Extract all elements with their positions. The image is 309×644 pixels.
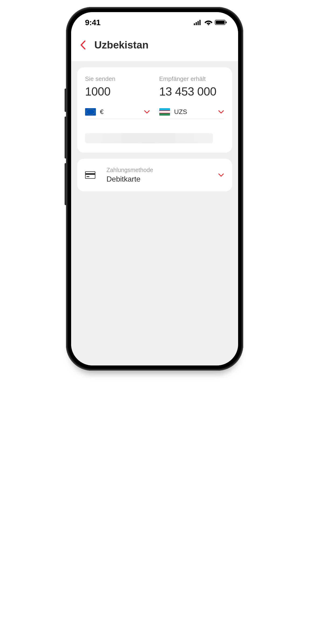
payment-method-select[interactable]: Zahlungsmethode Debitkarte bbox=[77, 159, 232, 191]
payment-method-label: Zahlungsmethode bbox=[107, 167, 207, 174]
send-currency-symbol: € bbox=[100, 108, 140, 116]
uz-flag-icon bbox=[159, 108, 170, 116]
transfer-card: Sie senden 1000 Empfänger erhält 13 453 … bbox=[77, 67, 232, 153]
chevron-left-icon bbox=[80, 40, 86, 50]
chevron-down-icon bbox=[218, 172, 224, 178]
send-amount-field[interactable]: Sie senden 1000 bbox=[85, 75, 150, 98]
svg-rect-3 bbox=[199, 20, 201, 25]
receive-amount-label: Empfänger erhält bbox=[159, 75, 224, 82]
receive-amount-value: 13 453 000 bbox=[159, 85, 224, 98]
svg-rect-0 bbox=[194, 23, 195, 25]
back-button[interactable] bbox=[79, 40, 88, 50]
receive-currency-select[interactable]: UZS bbox=[159, 108, 224, 119]
loading-skeleton bbox=[85, 133, 213, 143]
page-title: Uzbekistan bbox=[94, 39, 149, 51]
battery-icon bbox=[215, 20, 227, 25]
cellular-icon bbox=[194, 20, 202, 25]
payment-method-value: Debitkarte bbox=[107, 175, 207, 184]
send-amount-label: Sie senden bbox=[85, 75, 150, 82]
screen: 9:41 bbox=[71, 12, 238, 366]
svg-rect-2 bbox=[197, 21, 199, 25]
content-area: Sie senden 1000 Empfänger erhält 13 453 … bbox=[71, 61, 238, 366]
svg-rect-1 bbox=[196, 22, 197, 25]
svg-rect-8 bbox=[85, 172, 95, 178]
receive-amount-field: Empfänger erhält 13 453 000 bbox=[159, 75, 224, 98]
status-icons bbox=[194, 20, 227, 25]
phone-frame: 9:41 bbox=[66, 7, 243, 370]
receive-currency-code: UZS bbox=[174, 108, 214, 116]
svg-rect-10 bbox=[87, 176, 89, 177]
svg-rect-7 bbox=[226, 22, 227, 23]
page-header: Uzbekistan bbox=[71, 33, 238, 61]
send-amount-value: 1000 bbox=[85, 85, 150, 98]
status-time: 9:41 bbox=[85, 18, 101, 27]
chevron-down-icon bbox=[144, 109, 150, 115]
send-currency-select[interactable]: € bbox=[85, 108, 150, 119]
svg-rect-9 bbox=[85, 173, 95, 175]
svg-rect-6 bbox=[216, 21, 225, 24]
svg-point-4 bbox=[208, 24, 209, 25]
card-icon bbox=[85, 171, 95, 179]
status-bar: 9:41 bbox=[71, 12, 238, 33]
chevron-down-icon bbox=[218, 109, 224, 115]
eu-flag-icon bbox=[85, 108, 96, 116]
phone-side-button bbox=[65, 163, 66, 205]
wifi-icon bbox=[204, 20, 212, 25]
